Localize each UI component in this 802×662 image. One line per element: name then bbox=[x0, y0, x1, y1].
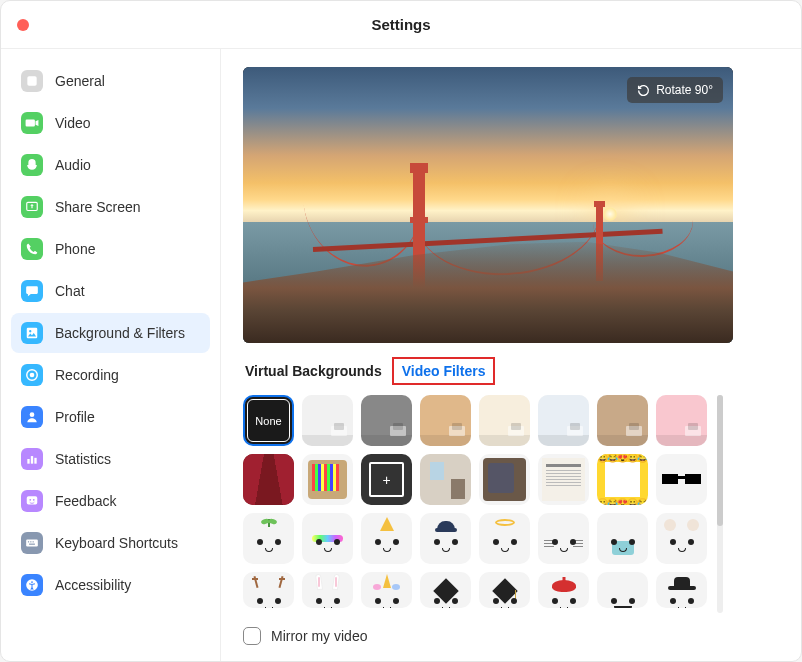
filter-tile-room[interactable] bbox=[420, 395, 471, 446]
filter-tile-none[interactable]: None bbox=[243, 395, 294, 446]
filter-tile-mustache[interactable] bbox=[597, 572, 648, 608]
filter-grid: None+😀😂😍😀😂😀😂😍😀😂 bbox=[243, 395, 707, 613]
sidebar-item-label: Audio bbox=[55, 157, 91, 173]
sidebar-item-label: Recording bbox=[55, 367, 119, 383]
statistics-icon bbox=[21, 448, 43, 470]
filter-tile-rainbow[interactable] bbox=[302, 513, 353, 564]
sidebar-item-label: Video bbox=[55, 115, 91, 131]
sidebar-item-audio[interactable]: Audio bbox=[11, 145, 210, 185]
scrollbar-thumb[interactable] bbox=[717, 395, 723, 526]
filter-tile-sprout[interactable] bbox=[243, 513, 294, 564]
filter-tabs: Virtual Backgrounds Video Filters bbox=[243, 357, 779, 385]
profile-icon bbox=[21, 406, 43, 428]
sidebar-item-accessibility[interactable]: Accessibility bbox=[11, 565, 210, 605]
mirror-label: Mirror my video bbox=[271, 628, 367, 644]
filter-tile-whiskers[interactable] bbox=[538, 513, 589, 564]
rotate-label: Rotate 90° bbox=[656, 83, 713, 97]
filter-tile-antlers[interactable] bbox=[243, 572, 294, 608]
traffic-lights bbox=[17, 19, 29, 31]
sidebar-item-label: Background & Filters bbox=[55, 325, 185, 341]
general-icon bbox=[21, 70, 43, 92]
sidebar-item-chat[interactable]: Chat bbox=[11, 271, 210, 311]
filter-tile-grad-cap-2[interactable] bbox=[479, 572, 530, 608]
filter-tile-beret[interactable] bbox=[538, 572, 589, 608]
tab-video-filters[interactable]: Video Filters bbox=[392, 357, 496, 385]
scrollbar[interactable] bbox=[717, 395, 723, 613]
svg-rect-8 bbox=[31, 456, 33, 464]
sidebar-item-video[interactable]: Video bbox=[11, 103, 210, 143]
filter-tile-bunny-ears[interactable] bbox=[302, 572, 353, 608]
filter-tile-emoji-border[interactable]: 😀😂😍😀😂😀😂😍😀😂 bbox=[597, 454, 648, 505]
sidebar-item-label: Phone bbox=[55, 241, 95, 257]
filter-tile-cap[interactable] bbox=[420, 513, 471, 564]
sidebar-item-profile[interactable]: Profile bbox=[11, 397, 210, 437]
sidebar-item-background[interactable]: Background & Filters bbox=[11, 313, 210, 353]
filter-tile-grad-cap[interactable] bbox=[420, 572, 471, 608]
chat-icon bbox=[21, 280, 43, 302]
filter-tile-camera-frame[interactable]: + bbox=[361, 454, 412, 505]
sidebar-item-shortcuts[interactable]: Keyboard Shortcuts bbox=[11, 523, 210, 563]
accessibility-icon bbox=[21, 574, 43, 596]
body: GeneralVideoAudioShare ScreenPhoneChatBa… bbox=[1, 49, 801, 661]
svg-point-12 bbox=[33, 499, 35, 501]
sidebar-item-statistics[interactable]: Statistics bbox=[11, 439, 210, 479]
filter-tile-theater[interactable] bbox=[243, 454, 294, 505]
recording-icon bbox=[21, 364, 43, 386]
filter-tile-fedora[interactable] bbox=[656, 572, 707, 608]
video-preview: Rotate 90° bbox=[243, 67, 733, 343]
svg-rect-16 bbox=[33, 541, 34, 542]
svg-rect-0 bbox=[27, 76, 36, 85]
svg-rect-13 bbox=[26, 540, 38, 547]
filter-tile-window-room[interactable] bbox=[420, 454, 471, 505]
background-icon bbox=[21, 322, 43, 344]
filter-tile-room[interactable] bbox=[361, 395, 412, 446]
filter-tile-pixel-glasses[interactable] bbox=[656, 454, 707, 505]
svg-point-3 bbox=[29, 330, 31, 332]
filter-tile-bear-ears[interactable] bbox=[656, 513, 707, 564]
filter-tile-unicorn[interactable] bbox=[361, 572, 412, 608]
svg-rect-17 bbox=[29, 544, 35, 545]
filter-tile-room[interactable] bbox=[538, 395, 589, 446]
main-panel: Rotate 90° Virtual Backgrounds Video Fil… bbox=[221, 49, 801, 661]
sidebar-item-label: Feedback bbox=[55, 493, 116, 509]
mirror-checkbox[interactable] bbox=[243, 627, 261, 645]
svg-rect-7 bbox=[27, 459, 29, 464]
svg-rect-15 bbox=[30, 541, 31, 542]
filter-tile-room[interactable] bbox=[302, 395, 353, 446]
svg-rect-2 bbox=[27, 328, 38, 339]
video-icon bbox=[21, 112, 43, 134]
sidebar-item-feedback[interactable]: Feedback bbox=[11, 481, 210, 521]
rotate-button[interactable]: Rotate 90° bbox=[627, 77, 723, 103]
svg-point-11 bbox=[29, 499, 31, 501]
sidebar-item-phone[interactable]: Phone bbox=[11, 229, 210, 269]
filter-tile-newspaper[interactable] bbox=[538, 454, 589, 505]
shortcuts-icon bbox=[21, 532, 43, 554]
filter-grid-scroll[interactable]: None+😀😂😍😀😂😀😂😍😀😂 bbox=[243, 395, 779, 613]
sidebar-item-recording[interactable]: Recording bbox=[11, 355, 210, 395]
filter-tile-mask[interactable] bbox=[597, 513, 648, 564]
svg-point-6 bbox=[30, 412, 35, 417]
feedback-icon bbox=[21, 490, 43, 512]
svg-rect-14 bbox=[28, 541, 29, 542]
rotate-icon bbox=[637, 84, 650, 97]
filter-tile-old-tv[interactable] bbox=[479, 454, 530, 505]
footer: Mirror my video bbox=[243, 613, 779, 661]
sidebar: GeneralVideoAudioShare ScreenPhoneChatBa… bbox=[1, 49, 221, 661]
svg-rect-9 bbox=[34, 458, 36, 464]
close-window-button[interactable] bbox=[17, 19, 29, 31]
window-title: Settings bbox=[1, 16, 801, 33]
audio-icon bbox=[21, 154, 43, 176]
filter-tile-party-hat[interactable] bbox=[361, 513, 412, 564]
sidebar-item-label: General bbox=[55, 73, 105, 89]
tab-virtual-backgrounds[interactable]: Virtual Backgrounds bbox=[243, 358, 384, 384]
sidebar-item-share[interactable]: Share Screen bbox=[11, 187, 210, 227]
filter-tile-room[interactable] bbox=[656, 395, 707, 446]
filter-tile-retro-tv[interactable] bbox=[302, 454, 353, 505]
sidebar-item-general[interactable]: General bbox=[11, 61, 210, 101]
filter-tile-room[interactable] bbox=[479, 395, 530, 446]
filter-tile-room[interactable] bbox=[597, 395, 648, 446]
phone-icon bbox=[21, 238, 43, 260]
filter-tile-halo[interactable] bbox=[479, 513, 530, 564]
settings-window: Settings GeneralVideoAudioShare ScreenPh… bbox=[0, 0, 802, 662]
sidebar-item-label: Chat bbox=[55, 283, 85, 299]
